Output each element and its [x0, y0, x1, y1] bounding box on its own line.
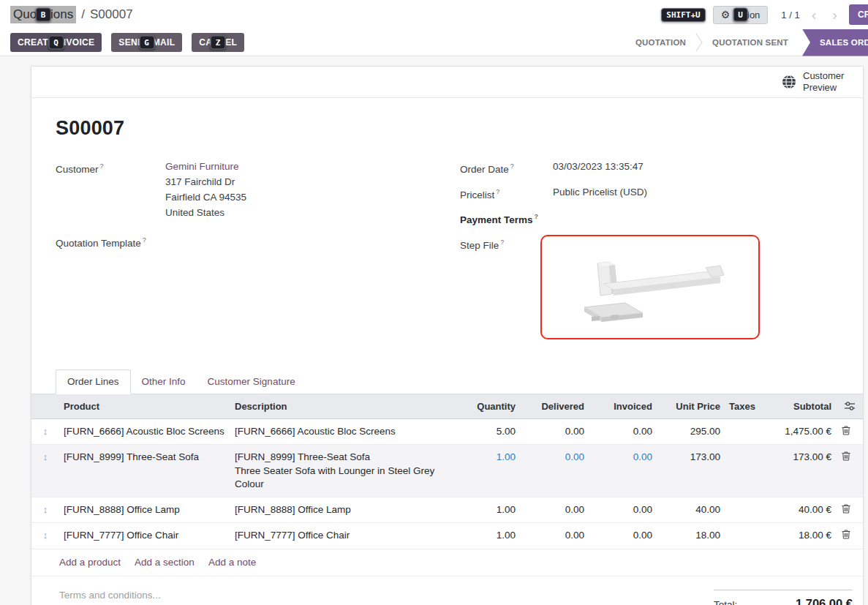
- drag-handle-icon[interactable]: ↕: [43, 530, 48, 541]
- pager-next-button[interactable]: ›: [828, 7, 842, 22]
- pager-counter: 1 / 1: [781, 10, 799, 20]
- status-step-quotation-sent[interactable]: QUOTATION SENT: [703, 38, 798, 47]
- control-bar: CREATE INVOICE Q SEND EMAIL G CANCEL Z Q…: [0, 29, 868, 56]
- tab-customer-signature[interactable]: Customer Signature: [197, 370, 306, 394]
- shortcut-hint-z: Z: [211, 36, 226, 50]
- cell-quantity[interactable]: 1.00: [450, 445, 520, 470]
- send-email-button[interactable]: SEND EMAIL G: [111, 33, 182, 52]
- header-quantity[interactable]: Quantity: [450, 401, 520, 412]
- order-line-row[interactable]: ↕[FURN_8999] Three-Seat Sofa[FURN_8999] …: [31, 445, 863, 497]
- header-description[interactable]: Description: [230, 401, 450, 412]
- status-step-quotation[interactable]: QUOTATION: [626, 38, 695, 47]
- header-unit-price[interactable]: Unit Price: [657, 401, 725, 412]
- cell-product[interactable]: [FURN_7777] Office Chair: [59, 523, 230, 548]
- cell-unit-price[interactable]: 40.00: [657, 497, 725, 522]
- header-subtotal[interactable]: Subtotal: [770, 401, 836, 412]
- order-line-row[interactable]: ↕[FURN_7777] Office Chair[FURN_7777] Off…: [31, 523, 863, 549]
- cell-invoiced[interactable]: 0.00: [589, 523, 657, 548]
- action-menu-button[interactable]: ⚙ Action U: [713, 6, 769, 24]
- topbar-controls: SHIFT+U ⚙ Action U 1 / 1 ‹ › CREATE: [661, 4, 868, 25]
- customer-preview-button[interactable]: Customer Preview: [782, 70, 851, 94]
- cell-product[interactable]: [FURN_8999] Three-Seat Sofa: [59, 445, 230, 470]
- delete-line-button[interactable]: [836, 523, 863, 549]
- tab-order-lines[interactable]: Order Lines: [56, 369, 131, 394]
- cell-invoiced[interactable]: 0.00: [589, 445, 657, 470]
- cell-quantity[interactable]: 5.00: [450, 419, 520, 444]
- cancel-button[interactable]: CANCEL Z: [192, 33, 244, 52]
- cell-invoiced[interactable]: 0.00: [589, 419, 657, 444]
- status-step-sales-order-active[interactable]: SALES ORDER: [802, 29, 868, 56]
- add-a-product-link[interactable]: Add a product: [59, 557, 121, 568]
- breadcrumb-current: S00007: [90, 7, 133, 22]
- table-header-row: Product Description Quantity Delivered I…: [31, 394, 863, 419]
- cell-product[interactable]: [FURN_6666] Acoustic Bloc Screens: [59, 419, 230, 444]
- order-date-label: Order Date?: [460, 159, 553, 177]
- step-file-image[interactable]: [540, 235, 760, 339]
- breadcrumb-quotations-link[interactable]: Quotations B: [10, 6, 76, 23]
- drag-handle-icon[interactable]: ↕: [43, 451, 48, 462]
- add-a-note-link[interactable]: Add a note: [208, 557, 256, 568]
- drag-handle-icon[interactable]: ↕: [43, 426, 48, 437]
- shortcut-hint-shift-u: SHIFT+U: [661, 8, 705, 22]
- cell-quantity[interactable]: 1.00: [450, 523, 520, 548]
- cell-delivered[interactable]: 0.00: [520, 497, 589, 522]
- step-file-3d-render: [555, 246, 745, 328]
- pager-prev-button[interactable]: ‹: [807, 7, 821, 22]
- order-date-value[interactable]: 03/03/2023 13:35:47: [553, 159, 644, 177]
- delete-line-button[interactable]: [836, 497, 863, 523]
- breadcrumb-bar: Quotations B / S00007 SHIFT+U ⚙ Action U…: [0, 0, 868, 29]
- field-pricelist: Pricelist? Public Pricelist (USD): [460, 184, 839, 203]
- trash-icon: [842, 504, 850, 514]
- cell-delivered[interactable]: 0.00: [520, 419, 589, 444]
- create-invoice-button[interactable]: CREATE INVOICE Q: [10, 33, 102, 52]
- globe-icon: [782, 75, 796, 89]
- cell-unit-price[interactable]: 173.00: [657, 445, 725, 470]
- cell-invoiced[interactable]: 0.00: [589, 497, 657, 522]
- header-product[interactable]: Product: [59, 401, 230, 412]
- customer-label: Customer?: [56, 159, 165, 220]
- customer-value-link[interactable]: Gemini Furniture: [165, 161, 239, 172]
- create-button[interactable]: CREATE: [849, 4, 868, 25]
- cell-taxes[interactable]: [725, 523, 770, 534]
- cell-description[interactable]: [FURN_8888] Office Lamp: [230, 497, 450, 522]
- delete-line-button[interactable]: [836, 419, 863, 445]
- cell-description[interactable]: [FURN_7777] Office Chair: [230, 523, 450, 548]
- shortcut-hint-u: U: [733, 8, 748, 22]
- cell-unit-price[interactable]: 18.00: [657, 523, 725, 548]
- document-title: S00007: [56, 117, 839, 140]
- cell-quantity[interactable]: 1.00: [450, 497, 520, 522]
- delete-line-button[interactable]: [836, 445, 863, 470]
- drag-handle-icon[interactable]: ↕: [43, 504, 48, 515]
- column-adjust-icon: [845, 402, 855, 410]
- payment-terms-label: Payment Terms?: [460, 209, 553, 228]
- header-taxes[interactable]: Taxes: [725, 401, 770, 412]
- add-a-section-link[interactable]: Add a section: [135, 557, 195, 568]
- help-icon: ?: [143, 236, 146, 244]
- header-invoiced[interactable]: Invoiced: [589, 401, 657, 412]
- cell-delivered[interactable]: 0.00: [520, 523, 589, 548]
- order-line-row[interactable]: ↕[FURN_6666] Acoustic Bloc Screens[FURN_…: [31, 419, 863, 446]
- cell-product[interactable]: [FURN_8888] Office Lamp: [59, 497, 230, 522]
- cell-delivered[interactable]: 0.00: [520, 445, 589, 470]
- order-line-row[interactable]: ↕[FURN_8888] Office Lamp[FURN_8888] Offi…: [31, 497, 863, 524]
- breadcrumb: Quotations B / S00007: [10, 6, 133, 23]
- shortcut-hint-g: G: [139, 36, 154, 50]
- cell-taxes[interactable]: [725, 445, 770, 456]
- order-lines-rows: ↕[FURN_6666] Acoustic Bloc Screens[FURN_…: [31, 419, 863, 549]
- form-sheet: Customer Preview S00007 Customer? Gemini…: [31, 66, 864, 605]
- cell-unit-price[interactable]: 295.00: [657, 419, 725, 444]
- tab-other-info[interactable]: Other Info: [131, 370, 197, 394]
- total-label: Total:: [714, 599, 737, 605]
- cell-taxes[interactable]: [725, 497, 770, 508]
- optional-columns-button[interactable]: [836, 402, 863, 410]
- cell-taxes[interactable]: [725, 419, 770, 430]
- pricelist-value[interactable]: Public Pricelist (USD): [553, 184, 647, 203]
- header-delivered[interactable]: Delivered: [520, 401, 589, 412]
- field-payment-terms: Payment Terms?: [460, 209, 839, 228]
- table-footer-links: Add a product Add a section Add a note: [31, 549, 863, 576]
- cell-description[interactable]: [FURN_8999] Three-Seat SofaThree Seater …: [230, 445, 450, 497]
- cell-description[interactable]: [FURN_6666] Acoustic Bloc Screens: [230, 419, 450, 444]
- help-icon: ?: [510, 162, 514, 170]
- customer-address-line: Fairfield CA 94535: [165, 189, 246, 205]
- terms-and-conditions-input[interactable]: Terms and conditions...: [59, 590, 161, 601]
